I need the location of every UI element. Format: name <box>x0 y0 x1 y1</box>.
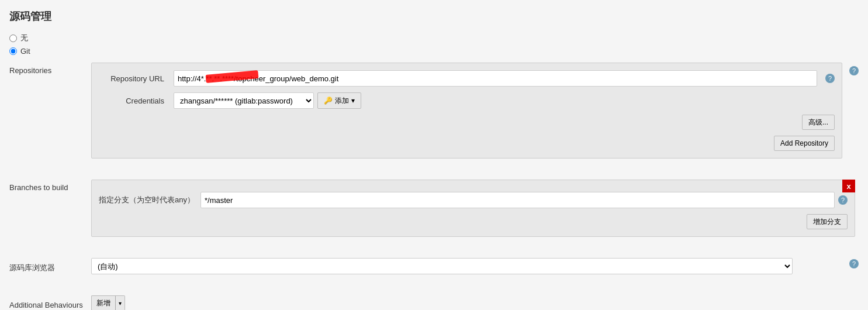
browser-help-icon[interactable]: ? <box>849 259 859 268</box>
radio-git-input[interactable] <box>9 47 17 55</box>
add-branch-button[interactable]: 增加分支 <box>807 214 848 229</box>
credentials-select[interactable]: zhangsan/****** (gitlab:password) <box>174 92 314 109</box>
key-icon: 🔑 <box>324 97 333 105</box>
credentials-label: Credentials <box>99 97 169 105</box>
branches-label: Branches to build <box>9 180 91 192</box>
advanced-button[interactable]: 高级... <box>802 115 835 130</box>
branches-content: x 指定分支（为空时代表any） ? 增加分支 <box>91 180 855 237</box>
additional-label: Additional Behaviours <box>9 297 91 309</box>
browser-section: 源码库浏览器 (自动) <box>9 258 842 274</box>
add-repository-button[interactable]: Add Repository <box>774 136 835 151</box>
add-cred-label: 添加 <box>335 96 349 106</box>
credentials-row: Credentials zhangsan/****** (gitlab:pass… <box>99 92 835 109</box>
browser-help-outer: ? <box>846 259 859 268</box>
browser-select[interactable]: (自动) <box>91 258 793 274</box>
repo-url-input[interactable] <box>174 70 817 87</box>
url-help-icon[interactable]: ? <box>825 74 835 83</box>
additional-controls: 新增 ▾ <box>91 295 125 310</box>
additional-section: Additional Behaviours 新增 ▾ <box>9 295 859 310</box>
branches-section-outer: Branches to build x 指定分支（为空时代表any） ? 增加分… <box>9 180 859 249</box>
add-branch-row: 增加分支 <box>99 214 848 229</box>
add-behaviour-button[interactable]: 新增 <box>91 295 115 310</box>
radio-none-label: 无 <box>20 33 28 43</box>
branch-row-label: 指定分支（为空时代表any） <box>99 195 195 205</box>
radio-none[interactable]: 无 <box>9 33 859 43</box>
radio-git-label: Git <box>20 47 30 56</box>
repositories-help-icon[interactable]: ? <box>849 66 859 75</box>
remove-branch-button[interactable]: x <box>842 180 855 192</box>
add-credential-button[interactable]: 🔑 添加 ▾ <box>317 92 361 109</box>
credentials-controls: zhangsan/****** (gitlab:password) 🔑 添加 ▾ <box>174 92 361 109</box>
branch-input-row: 指定分支（为空时代表any） ? <box>99 192 848 208</box>
browser-label: 源码库浏览器 <box>9 259 91 273</box>
branch-help-icon[interactable]: ? <box>838 195 848 205</box>
url-label: Repository URL <box>99 74 169 83</box>
additional-section-outer: Additional Behaviours 新增 ▾ <box>9 295 859 310</box>
repositories-label: Repositories <box>9 63 91 75</box>
add-behaviour-dropdown[interactable]: ▾ <box>115 295 125 310</box>
add-behaviour-label: 新增 <box>96 298 110 308</box>
url-input-wrapper <box>174 70 817 87</box>
repo-buttons: 高级... <box>99 115 835 133</box>
repositories-section-outer: Repositories Repository URL ? Credential… <box>9 63 859 170</box>
radio-none-input[interactable] <box>9 35 17 42</box>
browser-controls: (自动) <box>91 258 842 274</box>
source-type-radio-group: 无 Git <box>9 33 859 56</box>
repositories-content: Repository URL ? Credentials zhangsan/**… <box>91 63 842 159</box>
branch-input[interactable] <box>200 192 835 208</box>
repo-url-row: Repository URL ? <box>99 70 835 87</box>
add-cred-arrow: ▾ <box>351 97 355 105</box>
browser-section-outer: 源码库浏览器 (自动) ? <box>9 258 859 286</box>
radio-git[interactable]: Git <box>9 47 859 56</box>
repositories-section: Repositories Repository URL ? Credential… <box>9 63 842 159</box>
page-title: 源码管理 <box>9 9 859 23</box>
dropdown-arrow-icon: ▾ <box>119 300 122 306</box>
repositories-help-outer: ? <box>846 66 859 75</box>
branches-section: Branches to build x 指定分支（为空时代表any） ? 增加分… <box>9 180 855 237</box>
add-repo-row: Add Repository <box>99 136 835 151</box>
